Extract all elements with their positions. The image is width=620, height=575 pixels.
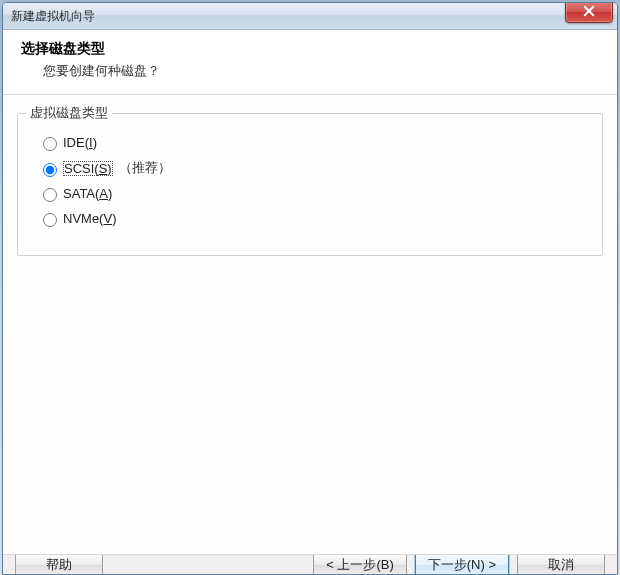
radio-nvme-label: NVMe(V): [63, 211, 116, 226]
disk-type-group: 虚拟磁盘类型 IDE(I) SCSI(S) （推荐） SATA(A) NVMe: [17, 113, 603, 256]
radio-scsi-hint: （推荐）: [119, 159, 171, 177]
wizard-header: 选择磁盘类型 您要创建何种磁盘？: [3, 30, 617, 95]
close-icon: [583, 5, 595, 20]
wizard-window: 新建虚拟机向导 选择磁盘类型 您要创建何种磁盘？ 虚拟磁盘类型 IDE(I) S…: [2, 2, 618, 575]
next-button[interactable]: 下一步(N) >: [415, 554, 509, 574]
radio-ide-label: IDE(I): [63, 135, 97, 150]
titlebar: 新建虚拟机向导: [3, 3, 617, 30]
radio-sata[interactable]: SATA(A): [38, 185, 588, 202]
back-button[interactable]: < 上一步(B): [313, 554, 407, 574]
radio-ide-input[interactable]: [43, 137, 57, 151]
radio-nvme-input[interactable]: [43, 213, 57, 227]
radio-scsi-label: SCSI(S): [63, 161, 113, 176]
radio-sata-label: SATA(A): [63, 186, 112, 201]
radio-scsi-input[interactable]: [43, 163, 57, 177]
radio-sata-input[interactable]: [43, 188, 57, 202]
window-title: 新建虚拟机向导: [11, 8, 95, 25]
close-button[interactable]: [565, 2, 613, 23]
radio-nvme[interactable]: NVMe(V): [38, 210, 588, 227]
radio-ide[interactable]: IDE(I): [38, 134, 588, 151]
content-area: 虚拟磁盘类型 IDE(I) SCSI(S) （推荐） SATA(A) NVMe: [3, 95, 617, 554]
header-subtitle: 您要创建何种磁盘？: [21, 62, 599, 80]
group-legend: 虚拟磁盘类型: [26, 104, 112, 122]
help-button[interactable]: 帮助: [15, 554, 103, 574]
button-bar: 帮助 < 上一步(B) 下一步(N) > 取消: [3, 554, 617, 574]
header-title: 选择磁盘类型: [21, 40, 599, 58]
cancel-button[interactable]: 取消: [517, 554, 605, 574]
dialog-body: 选择磁盘类型 您要创建何种磁盘？ 虚拟磁盘类型 IDE(I) SCSI(S) （…: [3, 30, 617, 574]
radio-scsi[interactable]: SCSI(S) （推荐）: [38, 159, 588, 177]
